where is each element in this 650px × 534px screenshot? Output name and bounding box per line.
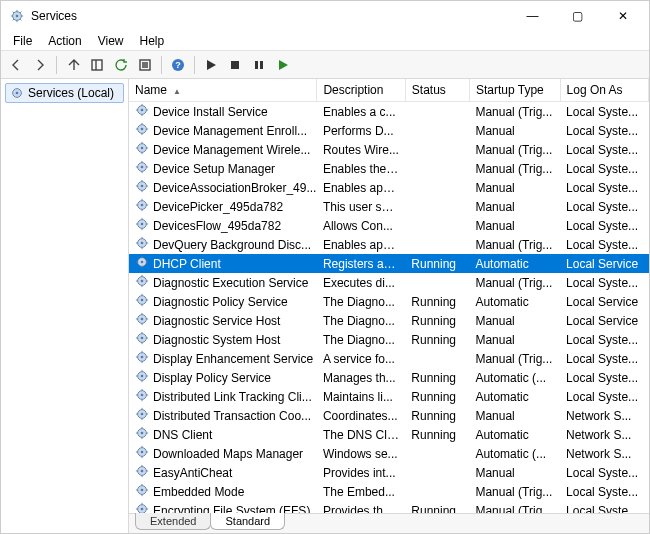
service-logon-cell: Local Service	[560, 311, 648, 330]
col-description[interactable]: Description	[317, 79, 405, 102]
service-gear-icon	[135, 464, 149, 481]
table-row[interactable]: Encrypting File System (EFS)Provides th.…	[129, 501, 649, 513]
service-name-cell: Display Enhancement Service	[129, 349, 317, 368]
col-status[interactable]: Status	[405, 79, 469, 102]
service-status-cell: Running	[405, 425, 469, 444]
service-desc-cell: The DNS Cli...	[317, 425, 405, 444]
service-startup-cell: Automatic	[469, 387, 560, 406]
service-status-cell: Running	[405, 254, 469, 273]
service-name-cell: Distributed Transaction Coo...	[129, 406, 317, 425]
table-row[interactable]: Diagnostic System HostThe Diagno...Runni…	[129, 330, 649, 349]
menu-action[interactable]: Action	[40, 32, 89, 50]
close-button[interactable]: ✕	[600, 1, 645, 31]
restart-icon[interactable]	[272, 54, 294, 76]
svg-point-33	[141, 299, 144, 302]
table-row[interactable]: Device Management Wirele...Routes Wire..…	[129, 140, 649, 159]
service-logon-cell: Local Syste...	[560, 349, 648, 368]
table-row[interactable]: DevicePicker_495da782This user ser...Man…	[129, 197, 649, 216]
table-row[interactable]: DNS ClientThe DNS Cli...RunningAutomatic…	[129, 425, 649, 444]
svg-point-15	[141, 128, 144, 131]
service-logon-cell: Network S...	[560, 425, 648, 444]
service-logon-cell: Local Syste...	[560, 235, 648, 254]
service-name-label: Display Enhancement Service	[153, 352, 313, 366]
service-gear-icon	[135, 103, 149, 120]
service-name-cell: Display Policy Service	[129, 368, 317, 387]
svg-point-31	[141, 280, 144, 283]
service-startup-cell: Automatic	[469, 254, 560, 273]
table-row[interactable]: Diagnostic Service HostThe Diagno...Runn…	[129, 311, 649, 330]
service-startup-cell: Manual	[469, 216, 560, 235]
table-row[interactable]: Distributed Link Tracking Cli...Maintain…	[129, 387, 649, 406]
menu-help[interactable]: Help	[132, 32, 173, 50]
show-hide-pane-icon[interactable]	[86, 54, 108, 76]
service-desc-cell: This user ser...	[317, 197, 405, 216]
service-status-cell	[405, 178, 469, 197]
service-desc-cell: Enables the ...	[317, 159, 405, 178]
service-name-cell: Embedded Mode	[129, 482, 317, 501]
table-row[interactable]: Device Management Enroll...Performs D...…	[129, 121, 649, 140]
table-row[interactable]: DevQuery Background Disc...Enables app..…	[129, 235, 649, 254]
table-row[interactable]: Embedded ModeThe Embed...Manual (Trig...…	[129, 482, 649, 501]
service-gear-icon	[135, 179, 149, 196]
service-desc-cell: The Embed...	[317, 482, 405, 501]
services-list-scroll[interactable]: Name▲ Description Status Startup Type Lo…	[129, 79, 649, 513]
col-name[interactable]: Name▲	[129, 79, 317, 102]
up-icon[interactable]	[62, 54, 84, 76]
service-logon-cell: Local Syste...	[560, 330, 648, 349]
col-startup[interactable]: Startup Type	[469, 79, 560, 102]
services-table: Name▲ Description Status Startup Type Lo…	[129, 79, 649, 513]
table-row[interactable]: Display Policy ServiceManages th...Runni…	[129, 368, 649, 387]
service-name-cell: DevicePicker_495da782	[129, 197, 317, 216]
service-status-cell	[405, 273, 469, 292]
table-row[interactable]: DHCP ClientRegisters an...RunningAutomat…	[129, 254, 649, 273]
minimize-button[interactable]: —	[510, 1, 555, 31]
svg-point-47	[141, 432, 144, 435]
table-row[interactable]: Distributed Transaction Coo...Coordinate…	[129, 406, 649, 425]
stop-icon[interactable]	[224, 54, 246, 76]
service-desc-cell: Enables app...	[317, 235, 405, 254]
service-name-cell: Encrypting File System (EFS)	[129, 501, 317, 513]
table-row[interactable]: Device Setup ManagerEnables the ...Manua…	[129, 159, 649, 178]
service-name-cell: DevicesFlow_495da782	[129, 216, 317, 235]
table-row[interactable]: DevicesFlow_495da782Allows Con...ManualL…	[129, 216, 649, 235]
service-logon-cell: Network S...	[560, 406, 648, 425]
svg-rect-7	[231, 61, 239, 69]
table-row[interactable]: Diagnostic Execution ServiceExecutes di.…	[129, 273, 649, 292]
menu-file[interactable]: File	[5, 32, 40, 50]
service-gear-icon	[135, 217, 149, 234]
table-row[interactable]: DeviceAssociationBroker_49...Enables app…	[129, 178, 649, 197]
service-gear-icon	[135, 198, 149, 215]
table-row[interactable]: Device Install ServiceEnables a c...Manu…	[129, 102, 649, 122]
service-status-cell: Running	[405, 292, 469, 311]
tab-extended[interactable]: Extended	[135, 513, 211, 530]
tab-standard[interactable]: Standard	[210, 513, 285, 530]
help-icon[interactable]: ?	[167, 54, 189, 76]
pause-icon[interactable]	[248, 54, 270, 76]
refresh-icon[interactable]	[110, 54, 132, 76]
table-row[interactable]: Diagnostic Policy ServiceThe Diagno...Ru…	[129, 292, 649, 311]
table-row[interactable]: Display Enhancement ServiceA service fo.…	[129, 349, 649, 368]
service-logon-cell: Local Syste...	[560, 501, 648, 513]
forward-icon[interactable]	[29, 54, 51, 76]
service-name-label: Display Policy Service	[153, 371, 271, 385]
export-list-icon[interactable]	[134, 54, 156, 76]
svg-point-1	[16, 15, 19, 18]
service-desc-cell: Maintains li...	[317, 387, 405, 406]
service-logon-cell: Local Syste...	[560, 482, 648, 501]
col-logon[interactable]: Log On As	[560, 79, 648, 102]
service-status-cell	[405, 159, 469, 178]
service-desc-cell: Manages th...	[317, 368, 405, 387]
service-logon-cell: Local Syste...	[560, 387, 648, 406]
service-desc-cell: Enables a c...	[317, 102, 405, 122]
service-desc-cell: Coordinates...	[317, 406, 405, 425]
table-row[interactable]: EasyAntiCheatProvides int...ManualLocal …	[129, 463, 649, 482]
svg-point-25	[141, 223, 144, 226]
table-row[interactable]: Downloaded Maps ManagerWindows se...Auto…	[129, 444, 649, 463]
maximize-button[interactable]: ▢	[555, 1, 600, 31]
tree-root-services-local[interactable]: Services (Local)	[5, 83, 124, 103]
start-icon[interactable]	[200, 54, 222, 76]
back-icon[interactable]	[5, 54, 27, 76]
window-title: Services	[31, 9, 77, 23]
menu-view[interactable]: View	[90, 32, 132, 50]
svg-rect-9	[260, 61, 263, 69]
